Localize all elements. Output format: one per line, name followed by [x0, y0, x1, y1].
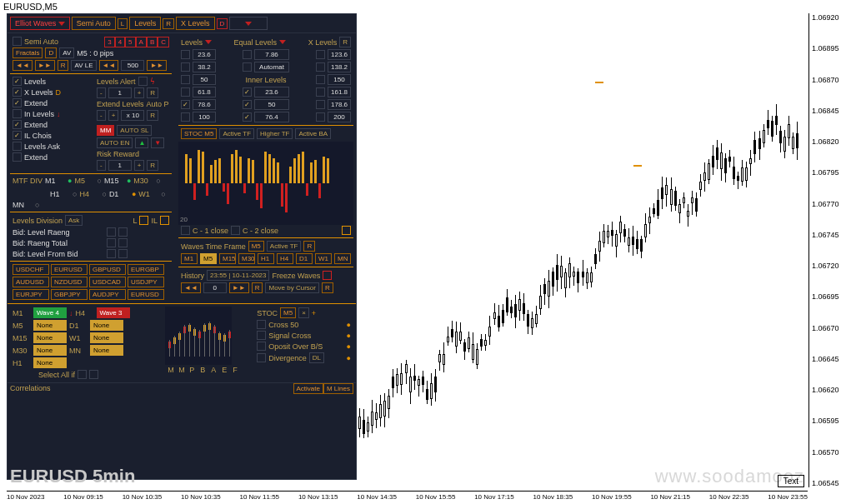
wave-3a[interactable]: None: [33, 345, 67, 356]
levels-button[interactable]: Levels: [129, 17, 161, 30]
wtf-active[interactable]: Active TF: [267, 241, 302, 252]
fractals-d[interactable]: D: [45, 47, 57, 58]
mm-btn[interactable]: MM: [97, 125, 114, 136]
mmp-F[interactable]: F: [233, 366, 241, 374]
stoc-higher[interactable]: Higher TF: [257, 128, 293, 139]
autoen-btn[interactable]: AUTO EN: [97, 137, 133, 148]
mmp-M[interactable]: M: [168, 366, 176, 374]
lv1-5[interactable]: 100: [193, 112, 216, 122]
autoen-dn[interactable]: ▼: [151, 137, 164, 148]
stoc-ba[interactable]: Active BA: [295, 128, 331, 139]
wave-3b[interactable]: None: [90, 345, 123, 356]
freeze-chk[interactable]: [323, 271, 332, 280]
wtf-M15[interactable]: M15: [219, 253, 236, 264]
bid-chk2[interactable]: [118, 227, 128, 237]
lv2-5[interactable]: 76.4: [254, 112, 289, 122]
pair-USDJPY[interactable]: USDJPY: [128, 277, 164, 287]
chk-levels[interactable]: [13, 77, 22, 86]
lv3-chk-2[interactable]: [316, 75, 325, 84]
mmp-B[interactable]: B: [200, 366, 208, 374]
elliot-waves-button[interactable]: Elliot Waves: [10, 17, 70, 30]
div-l[interactable]: [139, 216, 148, 225]
hist-val[interactable]: 0: [203, 282, 227, 293]
lv3-chk-0[interactable]: [316, 50, 325, 59]
rr-r[interactable]: R: [147, 160, 158, 171]
wave-0b[interactable]: Wave 3: [97, 307, 130, 318]
cc-box[interactable]: [342, 226, 351, 235]
hist-back[interactable]: ◄◄: [181, 282, 201, 293]
wave-4a[interactable]: None: [33, 357, 67, 368]
rr-val[interactable]: 1: [108, 160, 132, 171]
la-plus[interactable]: +: [134, 87, 145, 98]
pair-GBPUSD[interactable]: GBPUSD: [89, 264, 126, 275]
sa-C[interactable]: C: [158, 37, 169, 47]
lv2-chk-4[interactable]: [243, 100, 252, 109]
selectall-c1[interactable]: [78, 370, 87, 379]
lv2-chk-0[interactable]: [243, 50, 252, 59]
autoen-up[interactable]: ▲: [135, 137, 148, 148]
mmp-P[interactable]: P: [189, 366, 198, 374]
rr-minus[interactable]: -: [97, 160, 106, 171]
wave-1a[interactable]: None: [33, 320, 67, 331]
bid-chk[interactable]: [107, 249, 116, 258]
wtf-M30[interactable]: M30: [238, 253, 255, 264]
lv1-chk-4[interactable]: [181, 100, 190, 109]
wtf-H4[interactable]: H4: [277, 253, 293, 264]
lv2-0[interactable]: 7.86: [254, 49, 289, 60]
lv3-1[interactable]: 138.2: [328, 62, 351, 72]
avle-back[interactable]: ◄◄: [99, 60, 119, 71]
wave-0a[interactable]: Wave 4: [33, 307, 67, 318]
mmp-E[interactable]: E: [222, 366, 230, 374]
lv3-5[interactable]: 200: [328, 112, 351, 122]
dropdown-button[interactable]: [229, 17, 268, 30]
wave-2b[interactable]: None: [90, 332, 123, 343]
frac-r[interactable]: R: [58, 60, 69, 71]
pair-NZDUSD[interactable]: NZDUSD: [51, 277, 88, 287]
lv3-2[interactable]: 150: [328, 74, 351, 85]
pair-EURJPY[interactable]: EURJPY: [13, 289, 49, 300]
lv2-4[interactable]: 50: [254, 99, 289, 110]
sa-B[interactable]: B: [147, 37, 158, 47]
wtf-W1[interactable]: W1: [315, 253, 332, 264]
div-ask[interactable]: Ask: [65, 215, 83, 226]
chk-extend3[interactable]: [13, 152, 22, 162]
bid-chk[interactable]: [107, 227, 116, 237]
pair-USDCHF[interactable]: USDCHF: [13, 264, 49, 275]
pair-USDCAD[interactable]: USDCAD: [89, 277, 126, 287]
lv2-3[interactable]: 23.6: [254, 87, 289, 97]
wtf-m5[interactable]: M5: [248, 241, 264, 252]
semiauto-button[interactable]: Semi Auto: [72, 17, 116, 30]
chk-levelsask[interactable]: [13, 142, 22, 151]
c2-chk[interactable]: [231, 226, 240, 235]
lv1-chk-5[interactable]: [181, 112, 190, 122]
price-chart[interactable]: [358, 13, 806, 486]
ind-r[interactable]: R: [163, 18, 174, 29]
lv3-3[interactable]: 161.8: [328, 87, 351, 97]
wave-2a[interactable]: None: [33, 332, 67, 343]
bid-chk2[interactable]: [118, 249, 128, 258]
el-minus[interactable]: -: [97, 110, 106, 121]
wtf-M5[interactable]: M5: [200, 253, 217, 264]
frac-back[interactable]: ◄◄: [13, 60, 33, 71]
semiauto-check[interactable]: [13, 37, 22, 46]
lvl-r[interactable]: R: [339, 37, 351, 47]
stoc-active[interactable]: Active TF: [219, 128, 254, 139]
selectall-c2[interactable]: [89, 370, 98, 379]
mmp-M[interactable]: M: [178, 366, 187, 374]
autosl-btn[interactable]: AUTO SL: [117, 125, 152, 136]
stoc2-x[interactable]: ×: [298, 307, 309, 318]
lv1-chk-2[interactable]: [181, 75, 190, 84]
pair-GBPJPY[interactable]: GBPJPY: [51, 289, 88, 300]
chk-extend[interactable]: [13, 98, 22, 107]
activate-btn[interactable]: Activate: [293, 383, 323, 394]
lv1-1[interactable]: 38.2: [193, 62, 216, 72]
lv3-chk-4[interactable]: [316, 100, 325, 109]
la-val[interactable]: 1: [108, 87, 132, 98]
lv1-4[interactable]: 78.6: [193, 99, 216, 110]
c1-chk[interactable]: [181, 226, 190, 235]
fractals-btn[interactable]: Fractals: [13, 47, 43, 58]
lv1-chk-1[interactable]: [181, 62, 190, 72]
wave-1b[interactable]: None: [90, 320, 123, 331]
lv1-chk-3[interactable]: [181, 87, 190, 97]
hist-r[interactable]: R: [252, 282, 263, 293]
